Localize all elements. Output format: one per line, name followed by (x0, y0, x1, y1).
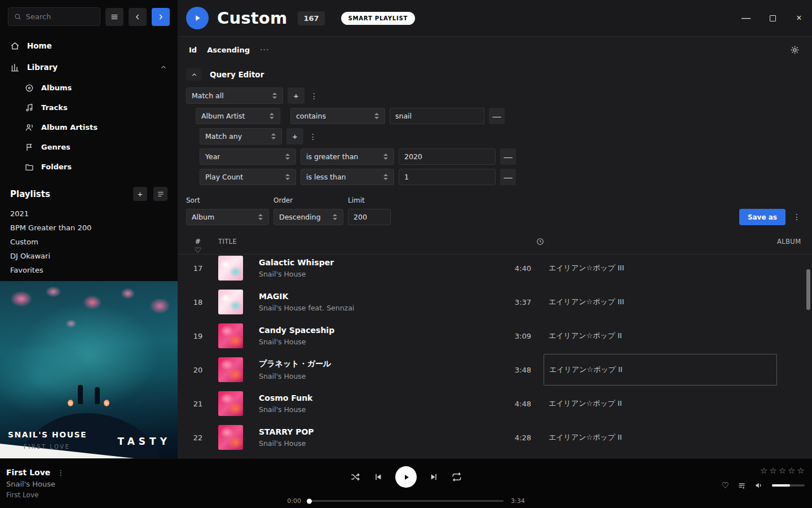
select-value: Match any (205, 132, 242, 141)
track-row-selected[interactable]: 20 プラネット・ガール Snail's House 3:48 エイリアン☆ポッ… (178, 353, 812, 387)
sidebar-item-album-artists[interactable]: Album Artists (0, 117, 178, 137)
repeat-button[interactable] (452, 472, 462, 482)
close-button[interactable]: × (795, 12, 804, 24)
volume-button[interactable] (754, 481, 764, 490)
remove-rule-button[interactable]: — (500, 169, 516, 185)
favorite-button[interactable]: ♡ (722, 480, 729, 491)
maximize-button[interactable] (768, 12, 777, 24)
rule-value-input[interactable] (399, 169, 496, 185)
rule-value-input[interactable] (390, 108, 484, 124)
track-album-focused-cell[interactable]: エイリアン☆ポップ II (544, 354, 777, 386)
seek-bar[interactable] (308, 500, 504, 502)
next-track-button[interactable] (429, 472, 439, 482)
queue-button[interactable] (738, 481, 746, 490)
sort-more-button[interactable]: ··· (260, 45, 269, 54)
star-icon[interactable]: ☆ (788, 466, 795, 476)
select-value: Year (205, 152, 220, 161)
save-menu-button[interactable]: ⋮ (792, 209, 802, 224)
add-group-rule-button[interactable]: + (286, 128, 303, 144)
star-icon[interactable]: ☆ (779, 466, 786, 476)
track-row[interactable]: 21 Cosmo Funk Snail's House 4:48 エイリアン☆ポ… (178, 387, 812, 421)
track-row[interactable]: 17 Galactic Whisper Snail's House 4:40 エ… (178, 255, 812, 285)
menu-button[interactable] (105, 8, 123, 26)
query-group-match-row: Match any + ⋮ (200, 128, 812, 144)
order-select[interactable]: Descending (273, 209, 343, 225)
tracklist-scrollbar[interactable] (806, 255, 810, 458)
seek-handle[interactable] (307, 498, 312, 503)
sidebar-item-label: Genres (41, 143, 70, 151)
volume-slider[interactable] (772, 484, 805, 487)
play-pause-button[interactable] (395, 466, 417, 488)
track-title: Candy Spaceship (259, 326, 480, 335)
sidebar-item-home[interactable]: Home (0, 35, 178, 56)
rule-operator-select[interactable]: is less than (301, 169, 394, 185)
match-mode-select[interactable]: Match all (186, 87, 283, 104)
limit-input[interactable] (348, 209, 391, 225)
add-rule-button[interactable]: + (288, 87, 304, 104)
column-title[interactable]: TITLE (218, 238, 480, 246)
playlist-item[interactable]: Custom (0, 235, 178, 249)
rule-value-input[interactable] (399, 148, 496, 165)
play-playlist-button[interactable] (186, 7, 209, 29)
favorite-column-heart-icon[interactable]: ♡ (195, 246, 202, 255)
star-icon[interactable]: ☆ (769, 466, 776, 476)
query-editor-header: Query Editor (186, 68, 812, 81)
rule-operator-select[interactable]: contains (290, 108, 385, 124)
shuffle-button[interactable] (350, 472, 360, 482)
back-button[interactable] (129, 8, 147, 26)
track-row[interactable]: 19 Candy Spaceship Snail's House 3:09 エイ… (178, 319, 812, 353)
star-icon[interactable]: ☆ (797, 466, 805, 476)
search-input[interactable] (26, 12, 94, 21)
select-arrows-icon (285, 153, 290, 160)
rule-field-select[interactable]: Year (200, 148, 296, 165)
playlist-item[interactable]: 2021 (0, 207, 178, 221)
track-thumbnail (218, 391, 243, 416)
track-duration: 4:28 (480, 433, 531, 442)
sidebar-topbar (0, 0, 178, 30)
sort-by-select[interactable]: Album (186, 209, 269, 225)
add-playlist-button[interactable]: + (133, 187, 147, 201)
sidebar-item-genres[interactable]: Genres (0, 137, 178, 157)
rating-stars[interactable]: ☆ ☆ ☆ ☆ ☆ (760, 466, 805, 476)
query-rule-row: Year is greater than — (200, 148, 812, 165)
sidebar-item-folders[interactable]: Folders (0, 157, 178, 177)
playlist-item[interactable]: Favorites (0, 263, 178, 277)
sort-field-selector[interactable]: Id (189, 46, 197, 54)
playlist-item[interactable]: DJ Okawari (0, 249, 178, 263)
rule-field-select[interactable]: Album Artist (196, 108, 280, 124)
track-row[interactable]: 18 MAGIK Snail's House feat. Sennzai 3:3… (178, 285, 812, 319)
duration-column-clock-icon[interactable] (536, 238, 544, 246)
query-editor-collapse-button[interactable] (186, 68, 202, 81)
settings-gear-button[interactable] (790, 45, 800, 55)
search-box[interactable] (8, 7, 100, 26)
rule-field-select[interactable]: Play Count (200, 169, 296, 185)
save-as-button[interactable]: Save as (739, 209, 785, 225)
minimize-button[interactable]: — (742, 12, 751, 24)
sidebar: Home Library Albums Tracks (0, 0, 178, 458)
previous-track-button[interactable] (373, 472, 383, 482)
sort-direction-selector[interactable]: Ascending (207, 46, 250, 54)
playlist-list-button[interactable] (153, 187, 167, 201)
track-row[interactable]: 22 STARRY POP Snail's House 4:28 エイリアン☆ポ… (178, 421, 812, 454)
group-match-mode-select[interactable]: Match any (200, 128, 282, 144)
rule-operator-select[interactable]: is greater than (301, 148, 394, 165)
sidebar-item-albums[interactable]: Albums (0, 78, 178, 98)
star-icon[interactable]: ☆ (760, 466, 767, 476)
sidebar-item-library[interactable]: Library (0, 56, 178, 78)
album-art-figure (95, 387, 100, 404)
now-playing-album-art[interactable]: SNAIL'S HOUSE FIRST LOVE TASTY (0, 281, 178, 458)
sidebar-item-tracks[interactable]: Tracks (0, 98, 178, 117)
group-menu-button[interactable]: ⋮ (308, 129, 318, 144)
forward-button[interactable] (152, 8, 170, 26)
track-artist: Snail's House feat. Sennzai (259, 304, 480, 312)
playlist-item[interactable]: BPM Greater than 200 (0, 221, 178, 235)
chevron-up-icon[interactable] (160, 63, 167, 71)
now-playing-menu-button[interactable]: ⋮ (57, 468, 64, 477)
scrollbar-thumb[interactable] (806, 269, 810, 310)
rule-menu-button[interactable]: ⋮ (309, 89, 319, 103)
column-number[interactable]: # (178, 238, 218, 246)
remove-rule-button[interactable]: — (489, 108, 505, 124)
remove-rule-button[interactable]: — (500, 148, 516, 165)
tracklist-body: 17 Galactic Whisper Snail's House 4:40 エ… (178, 255, 812, 458)
column-album[interactable]: ALBUM (777, 238, 812, 246)
